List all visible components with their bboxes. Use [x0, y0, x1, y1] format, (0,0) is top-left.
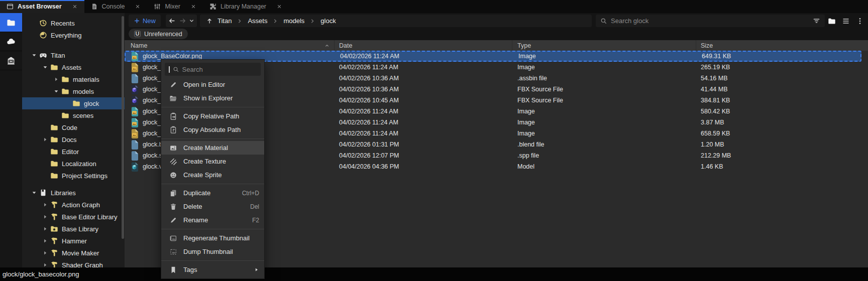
column-header-size[interactable]: Size: [696, 40, 868, 51]
tree-item-shader-graph[interactable]: Shader Graph: [22, 259, 125, 267]
tree-item-label: Everything: [51, 32, 81, 39]
controller-icon: [39, 51, 47, 59]
breadcrumb-titan[interactable]: Titan: [218, 17, 232, 25]
tree-item-editor[interactable]: Editor: [22, 146, 125, 158]
menu-item-label: Duplicate: [183, 189, 210, 197]
menu-item-create-material[interactable]: Create Material: [161, 141, 264, 155]
close-icon[interactable]: [135, 4, 141, 10]
tree-item-movie-maker[interactable]: Movie Maker: [22, 247, 125, 259]
rail-button-bank[interactable]: [0, 51, 22, 70]
caret-down-icon[interactable]: [29, 52, 39, 58]
menu-search-input[interactable]: Search: [165, 63, 261, 76]
filter-chip-unreferenced[interactable]: U Unreferenced: [129, 29, 188, 39]
menu-item-copy-relative-path[interactable]: Copy Relative Path: [161, 109, 264, 123]
caret-right-icon[interactable]: [51, 76, 61, 82]
forward-arrow-icon[interactable]: [179, 17, 186, 25]
tab-label: Asset Browser: [18, 3, 62, 10]
close-icon[interactable]: [190, 4, 196, 10]
tree-item-recents[interactable]: Recents: [22, 17, 125, 29]
caret-right-icon[interactable]: [40, 214, 50, 220]
menu-item-open-in-editor[interactable]: Open in Editor: [161, 78, 264, 91]
menu-item-create-texture[interactable]: Create Texture: [161, 155, 264, 168]
tree-item-code[interactable]: Code: [22, 121, 125, 133]
menu-item-label: Open in Editor: [183, 81, 225, 88]
file-date: 04/02/2026 10:36 AM: [335, 75, 512, 82]
tree-item-glock[interactable]: glock: [22, 97, 125, 109]
file-type-image-teal-icon: [131, 52, 138, 61]
menu-item-label: Delete: [183, 203, 202, 210]
folder-icon: [61, 111, 69, 119]
tree-item-base-editor-library[interactable]: Base Editor Library: [22, 211, 125, 223]
caret-right-icon[interactable]: [40, 202, 50, 208]
tab-library-manager[interactable]: Library Manager: [203, 0, 289, 13]
file-type-cube-teal-icon: [131, 162, 138, 172]
caret-right-icon[interactable]: [40, 226, 50, 232]
sidebar-scrollbar[interactable]: [122, 16, 124, 239]
caret-down-icon[interactable]: [51, 88, 61, 94]
menu-item-create-sprite[interactable]: Create Sprite: [161, 168, 264, 182]
tree-item-materials[interactable]: materials: [22, 73, 125, 85]
tree-item-action-graph[interactable]: Action Graph: [22, 199, 125, 211]
menu-item-rename[interactable]: RenameF2: [161, 213, 264, 227]
tree-item-project-settings[interactable]: Project Settings: [22, 170, 125, 182]
rail-button-cloud[interactable]: [0, 32, 22, 51]
folder-open-icon: [169, 94, 177, 102]
breadcrumb-assets[interactable]: Assets: [248, 17, 267, 25]
tree-item-base-library[interactable]: Base Library: [22, 223, 125, 235]
tree-item-docs[interactable]: Docs: [22, 133, 125, 146]
caret-right-icon[interactable]: [40, 262, 50, 267]
file-type: .assbin file: [512, 75, 696, 82]
tree-item-models[interactable]: models: [22, 85, 125, 97]
menu-item-dump-thumbnail[interactable]: Dump Thumbnail: [161, 245, 264, 258]
folder-icon: [61, 87, 69, 95]
column-header-date[interactable]: Date: [335, 40, 512, 51]
thumb-dashed-icon: [169, 248, 177, 256]
caret-down-icon[interactable]: [29, 190, 39, 196]
menu-item-delete[interactable]: DeleteDel: [161, 200, 264, 213]
folder-view-icon[interactable]: [828, 17, 836, 25]
caret-down-icon[interactable]: [40, 64, 50, 70]
up-directory-icon[interactable]: [206, 18, 213, 25]
tree-item-scenes[interactable]: scenes: [22, 109, 125, 121]
rail-button-folder-white[interactable]: [0, 13, 22, 32]
history-chevron-down-icon[interactable]: [189, 18, 194, 24]
close-icon[interactable]: [276, 4, 282, 10]
close-icon[interactable]: [72, 4, 78, 10]
folder-tree-panel: RecentsEverythingTitanAssetsmaterialsmod…: [22, 13, 125, 267]
hammer-icon: [50, 249, 58, 257]
caret-right-icon[interactable]: [40, 238, 50, 244]
menu-item-regenerate-thumbnail[interactable]: Regenerate Thumbnail: [161, 231, 264, 245]
tab-console[interactable]: Console: [84, 0, 148, 13]
tree-item-libraries[interactable]: Libraries: [22, 187, 125, 199]
menu-item-tags[interactable]: Tags: [161, 263, 264, 276]
filter-icon[interactable]: [813, 17, 820, 25]
tree-item-hammer[interactable]: Hammer: [22, 235, 125, 247]
selected-file-path: glock/glock_basecolor.png: [3, 270, 79, 278]
menu-item-duplicate[interactable]: DuplicateCtrl+D: [161, 186, 264, 200]
tree-item-everything[interactable]: Everything: [22, 29, 125, 41]
clock-icon: [39, 19, 47, 27]
menu-separator: [161, 138, 264, 139]
tree-item-titan[interactable]: Titan: [22, 49, 125, 61]
caret-right-icon[interactable]: [40, 250, 50, 256]
history-nav: [166, 15, 197, 27]
kebab-menu-icon[interactable]: [856, 17, 864, 25]
breadcrumb-models[interactable]: models: [283, 17, 304, 25]
list-view-icon[interactable]: [842, 17, 850, 25]
menu-item-label: Copy Relative Path: [183, 112, 239, 120]
tab-asset-browser[interactable]: Asset Browser: [0, 0, 84, 13]
menu-item-show-in-explorer[interactable]: Show in Explorer: [161, 91, 264, 105]
folder-icon: [50, 63, 58, 71]
menu-item-copy-absolute-path[interactable]: Copy Absolute Path: [161, 123, 264, 136]
tree-item-assets[interactable]: Assets: [22, 61, 125, 73]
breadcrumb-glock[interactable]: glock: [320, 17, 336, 25]
caret-right-icon[interactable]: [40, 136, 50, 143]
back-arrow-icon[interactable]: [168, 17, 176, 25]
column-header-type[interactable]: Type: [512, 40, 696, 51]
new-button[interactable]: New: [129, 15, 161, 27]
tab-mixer[interactable]: Mixer: [147, 0, 203, 13]
search-input[interactable]: Search glock: [596, 15, 825, 27]
tree-item-label: Base Library: [62, 225, 98, 233]
column-header-name[interactable]: Name: [125, 40, 335, 51]
tree-item-localization[interactable]: Localization: [22, 158, 125, 170]
